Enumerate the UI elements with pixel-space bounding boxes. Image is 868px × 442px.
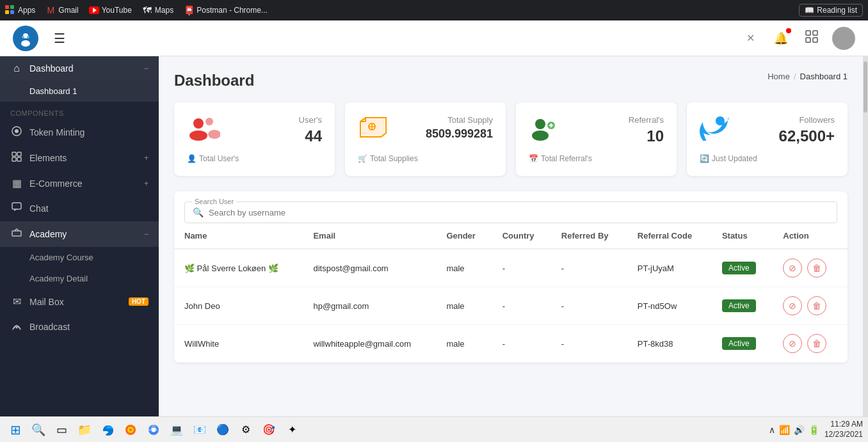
sidebar-item-ecommerce[interactable]: ▦ E-Commerce + bbox=[0, 171, 159, 196]
breadcrumb-separator: / bbox=[794, 72, 796, 81]
hamburger-menu[interactable]: ☰ bbox=[54, 31, 65, 46]
delete-button[interactable]: 🗑 bbox=[807, 334, 826, 353]
x-icon: ✕ bbox=[746, 32, 755, 44]
svg-point-8 bbox=[21, 40, 30, 47]
sidebar-item-dashboard[interactable]: ⌂ Dashboard − bbox=[0, 56, 159, 81]
taskbar-extra1[interactable]: 🎯 bbox=[259, 420, 279, 440]
close-button[interactable]: ✕ bbox=[740, 28, 760, 49]
taskbar-taskview[interactable]: ▭ bbox=[51, 420, 72, 440]
sidebar-item-academy-course[interactable]: Academy Course bbox=[0, 247, 159, 268]
right-scrollbar[interactable] bbox=[863, 56, 868, 416]
cell-country: - bbox=[492, 249, 551, 287]
sidebar-item-academy-detail[interactable]: Academy Detail bbox=[0, 268, 159, 289]
taskbar-start[interactable]: ⊞ bbox=[5, 420, 26, 440]
breadcrumb-home[interactable]: Home bbox=[768, 72, 790, 81]
cell-gender: male bbox=[436, 325, 492, 363]
academy-icon bbox=[10, 228, 23, 241]
edit-button[interactable]: ⊘ bbox=[783, 258, 802, 278]
postman-label: Postman - Chrome... bbox=[197, 6, 268, 15]
sidebar-item-mailbox[interactable]: ✉ Mail Box HOT bbox=[0, 289, 159, 314]
col-email: Email bbox=[303, 223, 436, 249]
reading-list-button[interactable]: 📖 Reading list bbox=[799, 4, 863, 17]
svg-point-25 bbox=[189, 130, 207, 141]
mailbox-hot-badge: HOT bbox=[129, 297, 149, 306]
browser-apps[interactable]: Apps bbox=[5, 5, 35, 15]
chevron-up-icon: ∧ bbox=[769, 425, 775, 435]
wifi-icon: 📶 bbox=[779, 425, 790, 435]
svg-rect-12 bbox=[813, 31, 817, 35]
notification-button[interactable]: 🔔 bbox=[771, 28, 791, 49]
browser-bar: Apps M Gmail YouTube 🗺 Maps 📮 Postman - … bbox=[0, 0, 868, 20]
edit-button[interactable]: ⊘ bbox=[783, 296, 802, 315]
token-minting-icon bbox=[10, 126, 23, 139]
taskbar-firefox[interactable] bbox=[120, 420, 141, 440]
stat-card-users: User's 44 👤 Total User's bbox=[174, 102, 335, 176]
youtube-favicon bbox=[89, 5, 99, 15]
cell-email: willwhiteapple@gmail.com bbox=[303, 325, 436, 363]
sidebar-label-token-minting: Token Minting bbox=[29, 127, 149, 138]
stat-users-footer: 👤 Total User's bbox=[187, 154, 322, 163]
cell-referral-code: PT-jUyaM bbox=[627, 249, 712, 287]
taskbar: ⊞ 🔍 ▭ 📁 💻 📧 🔵 ⚙ 🎯 ✦ ∧ 📶 🔊 🔋 11:29 AM bbox=[0, 416, 868, 442]
grid-button[interactable] bbox=[801, 28, 822, 49]
app-logo bbox=[13, 26, 38, 51]
sidebar-item-broadcast[interactable]: Broadcast bbox=[0, 314, 159, 340]
cell-gender: male bbox=[436, 287, 492, 325]
taskbar-github[interactable]: ⚙ bbox=[236, 420, 256, 440]
col-action: Action bbox=[773, 223, 848, 249]
page-title: Dashboard bbox=[174, 72, 254, 90]
table-row: 🌿 Pål Sverre Lokøen 🌿 ditspost@gmail.com… bbox=[174, 249, 848, 287]
reading-list-label: Reading list bbox=[817, 6, 857, 15]
svg-rect-19 bbox=[12, 157, 16, 161]
sidebar-item-academy[interactable]: Academy − bbox=[0, 221, 159, 247]
sidebar-item-elements[interactable]: Elements + bbox=[0, 145, 159, 171]
grid-icon bbox=[805, 30, 818, 46]
taskbar-vscode[interactable]: 💻 bbox=[166, 420, 187, 440]
cell-referral-code: PT-8kd38 bbox=[627, 325, 712, 363]
cell-action: ⊘ 🗑 bbox=[773, 325, 848, 363]
sidebar-item-chat[interactable]: Chat bbox=[0, 196, 159, 221]
col-referred-by: Referred By bbox=[551, 223, 627, 249]
dashboard-icon: ⌂ bbox=[10, 63, 23, 74]
stat-users-label: User's bbox=[299, 115, 322, 125]
edit-button[interactable]: ⊘ bbox=[783, 334, 802, 353]
taskbar-search[interactable]: 🔍 bbox=[28, 420, 49, 440]
sidebar-label-chat: Chat bbox=[29, 203, 149, 214]
apps-label: Apps bbox=[18, 6, 35, 15]
clock-time: 11:29 AM bbox=[824, 420, 863, 430]
stat-supply-value: 8509.999281 bbox=[426, 127, 493, 141]
taskbar-teams[interactable]: 🔵 bbox=[213, 420, 233, 440]
svg-rect-14 bbox=[813, 38, 817, 42]
notification-dot bbox=[786, 28, 791, 33]
reading-list-icon: 📖 bbox=[805, 6, 814, 15]
taskbar-extra2[interactable]: ✦ bbox=[282, 420, 302, 440]
status-badge: Active bbox=[722, 337, 756, 350]
browser-youtube[interactable]: YouTube bbox=[89, 5, 132, 15]
cell-referred-by: - bbox=[551, 325, 627, 363]
browser-postman[interactable]: 📮 Postman - Chrome... bbox=[184, 5, 268, 15]
taskbar-chrome[interactable] bbox=[143, 420, 164, 440]
stat-referrals-right: Referral's 10 bbox=[629, 115, 664, 145]
col-referral-code: Referral Code bbox=[627, 223, 712, 249]
browser-gmail[interactable]: M Gmail bbox=[45, 5, 78, 15]
scroll-thumb bbox=[864, 61, 867, 113]
taskbar-mail[interactable]: 📧 bbox=[189, 420, 210, 440]
stat-supply-label: Total Supply bbox=[426, 115, 493, 125]
mailbox-icon: ✉ bbox=[10, 296, 23, 308]
cell-referral-code: PT-nd5Ow bbox=[627, 287, 712, 325]
main-area: ⌂ Dashboard − Dashboard 1 Components Tok… bbox=[0, 56, 868, 416]
stat-followers-right: Followers 62,500+ bbox=[779, 115, 835, 145]
browser-maps[interactable]: 🗺 Maps bbox=[142, 5, 173, 15]
taskbar-files[interactable]: 📁 bbox=[74, 420, 95, 440]
sidebar-item-token-minting[interactable]: Token Minting bbox=[0, 120, 159, 145]
taskbar-edge[interactable] bbox=[97, 420, 118, 440]
maps-favicon: 🗺 bbox=[142, 5, 152, 15]
user-avatar[interactable] bbox=[832, 27, 855, 50]
cell-gender: male bbox=[436, 249, 492, 287]
components-section-label: Components bbox=[0, 102, 159, 120]
delete-button[interactable]: 🗑 bbox=[807, 258, 826, 278]
svg-point-23 bbox=[16, 327, 18, 329]
delete-button[interactable]: 🗑 bbox=[807, 296, 826, 315]
search-input[interactable] bbox=[209, 208, 829, 217]
sidebar-item-dashboard1[interactable]: Dashboard 1 bbox=[0, 81, 159, 102]
